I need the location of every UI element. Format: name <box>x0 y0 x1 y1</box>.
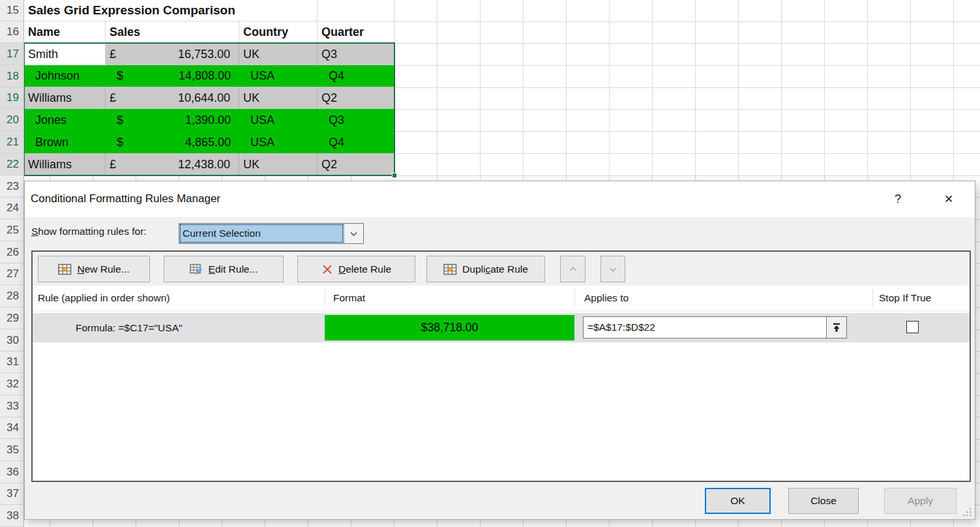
table-grid-icon <box>58 264 72 275</box>
row-number-30[interactable]: 30 <box>0 329 23 352</box>
column-header-rule: Rule (applied in order shown) <box>38 286 170 310</box>
cell-a22[interactable]: Williams <box>24 153 106 175</box>
close-button[interactable]: Close <box>788 488 859 514</box>
currency-symbol: £ <box>110 158 116 172</box>
scope-dropdown-value: Current Selection <box>179 224 344 243</box>
edit-rule-label: Edit Rule... <box>209 264 258 275</box>
cell-b19[interactable]: £10,644.00 <box>106 87 239 109</box>
row-number-23[interactable]: 23 <box>0 175 23 198</box>
close-icon[interactable]: ✕ <box>938 189 960 209</box>
resize-grip[interactable] <box>963 507 972 516</box>
amount: 10,644.00 <box>178 91 230 105</box>
stop-if-true-checkbox[interactable] <box>906 321 919 333</box>
cell-b21[interactable]: $4,865.00 <box>106 131 239 153</box>
row-number-19[interactable]: 19 <box>0 87 23 109</box>
rule-row-selected[interactable]: Formula: =$C17="USA" $38,718.00 <box>33 313 970 342</box>
row-number-29[interactable]: 29 <box>0 307 23 329</box>
cell-b17[interactable]: £16,753.00 <box>106 43 239 65</box>
column-separator <box>872 289 873 307</box>
table-grid-icon <box>443 264 457 275</box>
delete-rule-button[interactable]: Delete Rule <box>297 256 415 282</box>
cell-a18[interactable]: Johnson <box>24 65 106 87</box>
cell-a16-header-name[interactable]: Name <box>24 22 106 43</box>
cell-b22[interactable]: £12,438.00 <box>106 153 239 175</box>
cell-c19[interactable]: UK <box>239 87 318 109</box>
cell-d21[interactable]: Q4 <box>318 131 394 153</box>
cell-a21[interactable]: Brown <box>24 131 106 153</box>
apply-button[interactable]: Apply <box>884 488 957 514</box>
cell-c22[interactable]: UK <box>239 153 318 175</box>
row-number-21[interactable]: 21 <box>0 131 23 153</box>
duplicate-rule-button[interactable]: Duplicate Rule <box>426 256 545 282</box>
dialog-title: Conditional Formatting Rules Manager <box>31 192 220 205</box>
cell-d16-header-quarter[interactable]: Quarter <box>318 22 394 43</box>
row-number-36[interactable]: 36 <box>0 461 23 483</box>
edit-rule-button[interactable]: Edit Rule... <box>164 256 284 282</box>
red-x-icon <box>321 264 333 275</box>
rules-list-box: New Rule... Edit Rule... Delete Rule Dup… <box>31 250 971 482</box>
applies-to-field <box>583 316 847 339</box>
row-number-16[interactable]: 16 <box>0 22 23 43</box>
rule-format-preview: $38,718.00 <box>325 315 574 340</box>
currency-symbol: £ <box>110 91 116 105</box>
cell-d22[interactable]: Q2 <box>318 153 394 175</box>
row-number-24[interactable]: 24 <box>0 198 23 219</box>
cell-d18[interactable]: Q4 <box>318 65 394 87</box>
row-number-31[interactable]: 31 <box>0 352 23 373</box>
row-number-33[interactable]: 33 <box>0 395 23 417</box>
currency-symbol: $ <box>117 136 123 149</box>
cell-d20[interactable]: Q3 <box>318 109 394 131</box>
row-number-38[interactable]: 38 <box>0 505 23 527</box>
row-number-25[interactable]: 25 <box>0 219 23 241</box>
move-rule-up-button[interactable] <box>560 256 586 282</box>
currency-symbol: £ <box>110 48 116 61</box>
duplicate-rule-label: Duplicate Rule <box>462 264 528 275</box>
row-number-28[interactable]: 28 <box>0 285 23 307</box>
move-rule-down-button[interactable] <box>601 256 625 282</box>
row-number-18[interactable]: 18 <box>0 65 23 87</box>
row-number-17[interactable]: 17 <box>0 43 23 65</box>
cell-c17[interactable]: UK <box>239 43 318 65</box>
cell-b18[interactable]: $14,808.00 <box>106 65 239 87</box>
chevron-down-icon[interactable] <box>344 224 363 243</box>
cell-d19[interactable]: Q2 <box>318 87 394 109</box>
row-number-34[interactable]: 34 <box>0 417 23 439</box>
cell-c16-header-country[interactable]: Country <box>239 22 318 43</box>
chevron-up-icon <box>568 264 578 275</box>
rule-formula-text: Formula: =$C17="USA" <box>76 313 183 342</box>
cell-a20[interactable]: Jones <box>24 109 106 131</box>
table-pencil-icon <box>190 264 203 275</box>
cell-c21[interactable]: USA <box>239 131 318 153</box>
fill-handle[interactable] <box>392 173 397 178</box>
row-number-26[interactable]: 26 <box>0 241 23 264</box>
delete-rule-label: Delete Rule <box>338 264 391 275</box>
cell-a17-active[interactable]: Smith <box>24 43 106 65</box>
cell-c20[interactable]: USA <box>239 109 318 131</box>
help-icon[interactable]: ? <box>887 189 909 209</box>
collapse-dialog-arrow-icon <box>832 322 841 333</box>
row-number-15[interactable]: 15 <box>0 0 23 22</box>
row-number-32[interactable]: 32 <box>0 373 23 395</box>
new-rule-button[interactable]: New Rule... <box>38 256 150 282</box>
cell-c18[interactable]: USA <box>239 65 318 87</box>
amount: 1,390.00 <box>185 113 231 127</box>
show-formatting-rules-label: Show formatting rules for: <box>31 226 147 237</box>
cell-b20[interactable]: $1,390.00 <box>106 109 239 131</box>
conditional-formatting-rules-manager-dialog: Conditional Formatting Rules Manager ? ✕… <box>24 181 975 520</box>
scope-dropdown[interactable]: Current Selection <box>179 223 364 244</box>
ok-button[interactable]: OK <box>705 488 771 514</box>
new-rule-label: New Rule... <box>77 264 129 275</box>
cell-d17[interactable]: Q3 <box>318 43 394 65</box>
row-number-37[interactable]: 37 <box>0 483 23 505</box>
amount: 4,865.00 <box>185 136 231 149</box>
row-number-35[interactable]: 35 <box>0 439 23 461</box>
applies-to-input[interactable] <box>584 317 826 338</box>
cell-a19[interactable]: Williams <box>24 87 106 109</box>
cell-b16-header-sales[interactable]: Sales <box>106 22 239 43</box>
cell-a15-title[interactable]: Sales Grid Expression Comparison <box>24 0 318 22</box>
row-number-27[interactable]: 27 <box>0 264 23 285</box>
cell-d15[interactable] <box>318 0 394 22</box>
collapse-dialog-range-picker-button[interactable] <box>826 317 846 338</box>
row-number-22[interactable]: 22 <box>0 153 23 175</box>
row-number-20[interactable]: 20 <box>0 109 23 131</box>
